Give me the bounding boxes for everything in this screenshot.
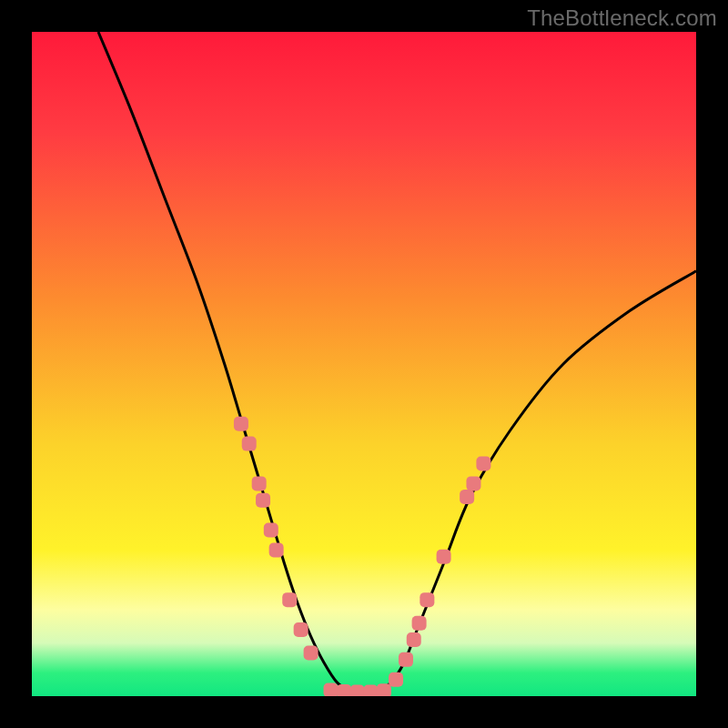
marker-point (377, 683, 391, 696)
marker-point (337, 684, 351, 696)
chart-svg (32, 32, 696, 696)
marker-point (476, 457, 490, 471)
marker-point (407, 632, 421, 647)
marker-point (294, 622, 308, 637)
bottleneck-curve (98, 32, 696, 693)
chart-frame: TheBottleneck.com (0, 0, 728, 728)
marker-point (350, 685, 365, 696)
marker-point (242, 437, 257, 451)
marker-point (324, 682, 339, 696)
marker-point (264, 523, 278, 538)
marker-point (282, 592, 297, 607)
marker-point (399, 652, 413, 667)
watermark-text: TheBottleneck.com (527, 5, 717, 31)
marker-point (234, 417, 248, 431)
marker-point (269, 542, 284, 557)
marker-point (420, 592, 434, 607)
plot-area (32, 32, 696, 696)
marker-point (256, 493, 270, 508)
curve-markers (234, 417, 490, 696)
marker-point (460, 490, 474, 504)
marker-point (466, 476, 480, 490)
marker-point (252, 476, 267, 490)
marker-point (437, 550, 451, 564)
marker-point (363, 685, 378, 696)
marker-point (304, 646, 318, 661)
marker-point (412, 616, 427, 631)
marker-point (389, 672, 403, 687)
